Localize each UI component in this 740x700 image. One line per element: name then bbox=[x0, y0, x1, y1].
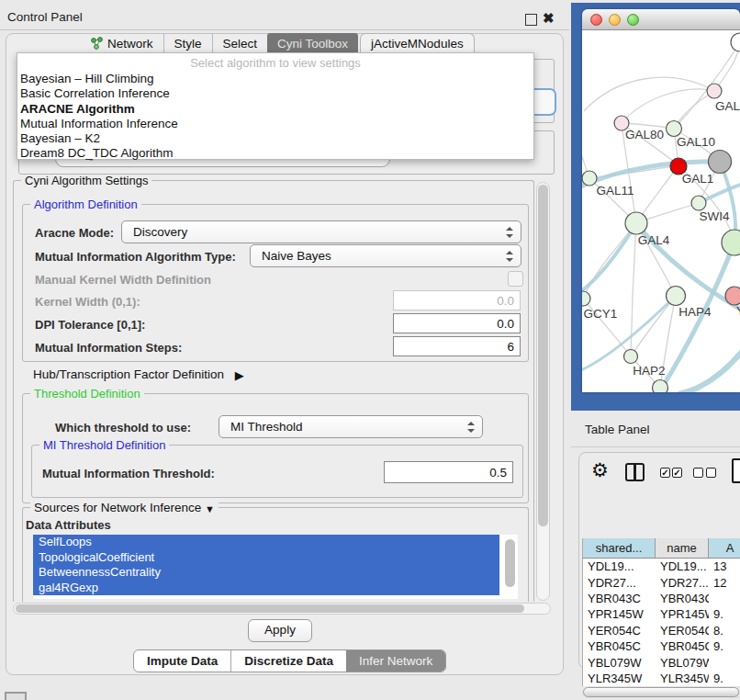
manual-kernel-checkbox[interactable] bbox=[508, 271, 523, 287]
column-header[interactable]: name bbox=[656, 538, 709, 558]
network-node-gal10[interactable] bbox=[667, 121, 682, 137]
data-attributes-list[interactable]: SelfLoopsTopologicalCoefficientBetweenne… bbox=[33, 535, 518, 599]
stepper-icon bbox=[467, 422, 474, 433]
mi-steps-field[interactable]: 6 bbox=[393, 336, 521, 356]
gear-icon[interactable]: ⚙ bbox=[591, 460, 609, 480]
tab-select[interactable]: Select bbox=[212, 33, 268, 53]
bottom-tab-impute-data[interactable]: Impute Data bbox=[134, 650, 230, 672]
bottom-tab-infer-network[interactable]: Infer Network bbox=[346, 650, 445, 672]
algorithm-list: Bayesian – Hill ClimbingBasic Correlatio… bbox=[17, 72, 533, 162]
node-table[interactable]: shared...nameA YDL19...YDL19...13YDR27..… bbox=[582, 538, 740, 686]
network-node[interactable] bbox=[653, 380, 668, 393]
split-view-icon[interactable] bbox=[625, 463, 645, 481]
network-canvas[interactable]: GALGAL80GAL10GAL1GAL11SWI4GAL4GCY1HAP4YH… bbox=[582, 30, 740, 392]
settings-horizontal-scrollbar[interactable] bbox=[13, 603, 551, 615]
hide-columns-icon[interactable] bbox=[693, 468, 716, 478]
apply-button[interactable]: Apply bbox=[248, 619, 312, 642]
network-window-titlebar[interactable] bbox=[582, 9, 740, 30]
node-label: Y bbox=[736, 304, 740, 318]
algorithm-definition-title: Algorithm Definition bbox=[30, 198, 141, 211]
data-attribute-item-selected[interactable]: BetweennessCentrality bbox=[33, 565, 499, 581]
algorithm-option[interactable]: Mutual Information Inference bbox=[17, 117, 533, 131]
algorithm-option[interactable]: ARACNE Algorithm bbox=[17, 102, 533, 117]
bottom-tab-discretize-data[interactable]: Discretize Data bbox=[230, 650, 346, 672]
table-row[interactable]: YBR045CYBR045C9. bbox=[583, 638, 740, 654]
minimize-window-icon[interactable] bbox=[609, 14, 621, 26]
data-attribute-item-selected[interactable]: gal4RGexp bbox=[33, 581, 499, 596]
table-horizontal-scrollbar[interactable] bbox=[582, 686, 740, 698]
algorithm-option[interactable]: Basic Correlation Inference bbox=[17, 86, 533, 101]
node-label: SWI4 bbox=[699, 209, 729, 223]
show-columns-icon[interactable]: ✓ ✓ bbox=[660, 468, 682, 478]
float-panel-icon[interactable] bbox=[525, 14, 537, 26]
network-edge[interactable] bbox=[631, 296, 676, 356]
list-scrollbar[interactable] bbox=[505, 537, 515, 594]
column-header[interactable]: shared... bbox=[583, 538, 656, 558]
network-edge[interactable] bbox=[584, 77, 714, 111]
tab-cyni-toolbox[interactable]: Cyni Toolbox bbox=[267, 33, 358, 53]
settings-hscroll-thumb[interactable] bbox=[16, 604, 524, 613]
network-node-gcy1[interactable] bbox=[582, 291, 590, 306]
table-row[interactable]: YLR345WYLR345W9. bbox=[583, 671, 740, 686]
table-row[interactable]: YBR043CYBR043C bbox=[583, 591, 740, 606]
network-node-swi4[interactable] bbox=[691, 196, 706, 210]
settings-vertical-scrollbar[interactable] bbox=[536, 182, 550, 601]
sources-group-title[interactable]: Sources for Network Inference ▼ bbox=[30, 501, 219, 514]
document-icon[interactable] bbox=[732, 458, 740, 483]
data-attribute-item-selected[interactable]: SelfLoops bbox=[33, 535, 499, 550]
network-edge[interactable] bbox=[622, 89, 714, 123]
network-node[interactable] bbox=[722, 230, 740, 255]
network-node[interactable] bbox=[731, 33, 740, 51]
threshold-definition-title: Threshold Definition bbox=[30, 387, 144, 401]
tab-network[interactable]: Network bbox=[81, 33, 163, 53]
algorithm-option[interactable]: Dream8 DC_TDC Algorithm bbox=[17, 146, 533, 161]
network-node-y[interactable] bbox=[725, 287, 740, 305]
aracne-mode-combo[interactable]: Discovery bbox=[121, 220, 521, 243]
zoom-window-icon[interactable] bbox=[627, 14, 639, 26]
table-cell: YBR043C bbox=[583, 592, 656, 605]
hub-definition-toggle[interactable]: Hub/Transcription Factor Definition ▶ bbox=[33, 367, 244, 381]
node-label: GAL4 bbox=[638, 233, 670, 247]
network-node-gal11[interactable] bbox=[582, 171, 597, 186]
network-node-gal4[interactable] bbox=[625, 212, 647, 234]
table-hscroll-thumb[interactable] bbox=[583, 687, 739, 697]
close-panel-icon[interactable]: ✖ bbox=[543, 10, 555, 27]
hub-definition-label: Hub/Transcription Factor Definition bbox=[33, 367, 224, 381]
algorithm-option[interactable]: Bayesian – K2 bbox=[17, 131, 533, 146]
network-node-hap4[interactable] bbox=[667, 287, 686, 306]
kernel-width-field[interactable]: 0.0 bbox=[393, 290, 521, 310]
table-row[interactable]: YER054CYER054C8. bbox=[583, 623, 740, 638]
list-scrollbar-thumb[interactable] bbox=[505, 539, 515, 587]
column-header[interactable]: A bbox=[709, 538, 740, 558]
data-attribute-item-selected[interactable]: TopologicalCoefficient bbox=[33, 550, 499, 566]
algorithm-option[interactable]: Bayesian – Hill Climbing bbox=[17, 72, 533, 86]
table-cell: YBL079W bbox=[656, 656, 709, 670]
tab-jactivemnodules[interactable]: jActiveMNodules bbox=[360, 33, 475, 53]
network-edge[interactable] bbox=[582, 223, 636, 295]
manual-kernel-label: Manual Kernel Width Definition bbox=[35, 273, 211, 287]
dpi-tolerance-field[interactable]: 0.0 bbox=[393, 313, 521, 333]
which-threshold-combo[interactable]: MI Threshold bbox=[219, 415, 483, 438]
network-node[interactable] bbox=[709, 151, 732, 174]
network-window[interactable]: GALGAL80GAL10GAL1GAL11SWI4GAL4GCY1HAP4YH… bbox=[582, 9, 740, 392]
network-edge[interactable] bbox=[678, 347, 740, 392]
table-row[interactable]: YPR145WYPR145W9. bbox=[583, 606, 740, 622]
table-cell: YDR27... bbox=[656, 576, 709, 590]
network-node-gal[interactable] bbox=[707, 84, 722, 98]
table-cell: 8. bbox=[709, 624, 740, 638]
tab-style[interactable]: Style bbox=[163, 33, 212, 53]
mi-type-combo[interactable]: Naive Bayes bbox=[250, 244, 521, 267]
minimized-panel-icon[interactable] bbox=[5, 692, 27, 700]
node-label: GAL80 bbox=[625, 128, 664, 141]
node-label: HAP2 bbox=[633, 364, 665, 378]
table-row[interactable]: YBL079WYBL079W bbox=[583, 654, 740, 670]
table-row[interactable]: YDR27...YDR27...12 bbox=[583, 574, 740, 590]
table-cell: YLR345W bbox=[583, 672, 656, 685]
table-cell: 9. bbox=[709, 639, 740, 653]
network-node-hap2[interactable] bbox=[624, 350, 638, 364]
settings-vscroll-thumb[interactable] bbox=[538, 185, 548, 526]
mi-threshold-field[interactable]: 0.5 bbox=[384, 461, 513, 483]
table-cell: 9. bbox=[709, 672, 740, 685]
table-row[interactable]: YDL19...YDL19...13 bbox=[583, 559, 740, 574]
close-window-icon[interactable] bbox=[590, 14, 602, 26]
